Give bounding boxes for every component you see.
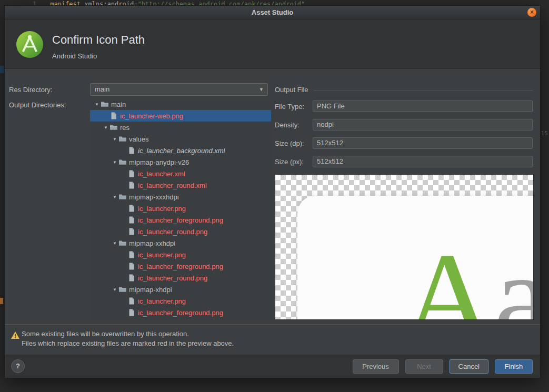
field-value-box[interactable]: PNG File <box>313 100 533 112</box>
tree-item-label: res <box>120 124 129 132</box>
tree-item-label: ic_launcher.png <box>138 297 186 305</box>
tree-item[interactable]: ic_launcher_foreground.png <box>90 214 271 226</box>
tree-item[interactable]: ▼values <box>90 133 271 145</box>
tree-item[interactable]: ic_launcher_foreground.png <box>90 260 271 272</box>
warning-line-1: Some existing files will be overwritten … <box>22 329 234 339</box>
tree-item-label: ic_launcher_round.png <box>138 274 207 282</box>
tree-item-label: ic_launcher.xml <box>138 170 185 178</box>
expand-arrow-icon[interactable]: ▼ <box>111 195 118 199</box>
tree-item[interactable]: ic_launcher_foreground.png <box>90 307 271 318</box>
expand-arrow-icon[interactable]: ▼ <box>102 125 109 130</box>
android-studio-logo-icon <box>16 31 44 58</box>
res-directory-value: main <box>95 85 109 93</box>
tree-item-label: mipmap-xxxhdpi <box>129 193 179 201</box>
folder-icon <box>118 193 127 201</box>
expand-arrow-icon[interactable]: ▼ <box>111 137 118 142</box>
folder-icon <box>118 158 127 166</box>
folder-icon <box>118 135 127 143</box>
tree-item-label: ic_launcher.png <box>138 205 186 213</box>
output-directories-tree: ▼mainic_launcher-web.png▼res▼valuesic_la… <box>90 98 271 321</box>
preview-letter-primary: A <box>403 227 494 320</box>
expand-arrow-icon[interactable]: ▼ <box>111 287 118 292</box>
file-icon <box>127 216 136 224</box>
dialog-footer: ? PreviousNextCancelFinish <box>5 355 540 378</box>
icon-preview: Aa <box>275 174 534 320</box>
dialog-title: Asset Studio <box>252 8 293 16</box>
page-title: Confirm Icon Path <box>52 33 145 47</box>
output-file-fields: File Type:PNG FileDensity:nodpiSize (dp)… <box>275 100 533 174</box>
file-icon <box>127 181 136 189</box>
folder-icon <box>118 285 127 294</box>
tree-item[interactable]: ▼mipmap-xxhdpi <box>90 237 271 249</box>
dialog-header: Confirm Icon Path Android Studio <box>5 19 540 69</box>
file-icon <box>127 308 136 317</box>
folder-icon <box>101 100 109 108</box>
section-divider <box>314 90 533 91</box>
background-selection-sliver <box>0 66 4 73</box>
cancel-button[interactable]: Cancel <box>450 359 488 374</box>
file-icon <box>109 112 118 120</box>
preview-letter-secondary: a <box>494 227 534 320</box>
tree-item[interactable]: ▼res <box>90 122 271 133</box>
preview-letters: Aa <box>403 234 534 320</box>
field-label: Density: <box>275 121 313 129</box>
tree-item[interactable]: ▼main <box>90 98 271 110</box>
output-file-section-label: Output File <box>275 86 308 94</box>
file-icon <box>127 146 136 155</box>
help-button[interactable]: ? <box>11 359 25 373</box>
previous-button[interactable]: Previous <box>353 359 399 374</box>
close-button[interactable]: × <box>527 8 536 17</box>
file-icon <box>127 250 136 259</box>
tree-item[interactable]: ic_launcher_background.xml <box>90 145 271 156</box>
tree-item-label: main <box>111 100 126 108</box>
res-directory-dropdown[interactable]: main ▼ <box>90 83 268 96</box>
tree-item[interactable]: ic_launcher.png <box>90 295 271 307</box>
tree-item-label: ic_launcher.png <box>138 251 186 259</box>
tree-item[interactable]: ic_launcher_round.xml <box>90 179 271 191</box>
chevron-down-icon: ▼ <box>259 84 264 95</box>
warning-banner: Some existing files will be overwritten … <box>5 324 540 355</box>
tree-item[interactable]: ic_launcher-web.png <box>90 110 271 122</box>
folder-icon <box>118 239 127 247</box>
output-file-field-row: File Type:PNG File <box>275 100 533 112</box>
tree-item[interactable]: ▼mipmap-anydpi-v26 <box>90 156 271 168</box>
tree-item[interactable]: ic_launcher.png <box>90 249 271 260</box>
file-icon <box>127 274 136 282</box>
output-file-field-row: Density:nodpi <box>275 119 533 130</box>
tree-item[interactable]: ic_launcher_round.png <box>90 272 271 284</box>
field-label: Size (px): <box>275 158 313 166</box>
tree-item-label: ic_launcher-web.png <box>120 112 183 120</box>
next-button[interactable]: Next <box>405 359 443 374</box>
tree-item-label: ic_launcher_round.png <box>138 228 207 236</box>
warning-line-2: Files which replace existing files are m… <box>22 339 234 348</box>
preview-icon-canvas: Aa <box>297 196 534 320</box>
output-directories-label: Output Directories: <box>9 101 66 109</box>
field-value-box[interactable]: 512x512 <box>313 156 533 167</box>
tree-item[interactable]: ic_launcher.xml <box>90 168 271 179</box>
file-icon <box>127 169 136 178</box>
tree-item-label: ic_launcher_foreground.png <box>138 309 223 317</box>
tree-item-label: mipmap-anydpi-v26 <box>129 158 189 166</box>
tree-item[interactable]: ic_launcher_round.png <box>90 226 271 237</box>
file-icon <box>127 227 136 236</box>
output-file-field-row: Size (px):512x512 <box>275 156 533 167</box>
background-code-sliver <box>0 298 3 304</box>
dialog-titlebar[interactable]: Asset Studio × <box>5 6 540 19</box>
expand-arrow-icon[interactable]: ▼ <box>111 160 118 165</box>
field-value-box[interactable]: 512x512 <box>313 137 533 149</box>
file-icon <box>127 204 136 213</box>
file-icon <box>127 262 136 270</box>
output-file-field-row: Size (dp):512x512 <box>275 137 533 149</box>
field-value-box[interactable]: nodpi <box>313 119 533 130</box>
expand-arrow-icon[interactable]: ▼ <box>111 241 118 246</box>
field-label: Size (dp): <box>275 139 313 147</box>
expand-arrow-icon[interactable]: ▼ <box>93 102 101 107</box>
tree-item[interactable]: ic_launcher.png <box>90 203 271 214</box>
tree-item[interactable]: ▼mipmap-xhdpi <box>90 284 271 295</box>
page-subtitle: Android Studio <box>52 52 97 60</box>
tree-item-label: mipmap-xxhdpi <box>129 239 175 247</box>
tree-item-label: ic_launcher_foreground.png <box>138 263 223 270</box>
tree-item[interactable]: ▼mipmap-xxxhdpi <box>90 191 271 203</box>
finish-button[interactable]: Finish <box>495 359 533 374</box>
asset-studio-dialog: Asset Studio × Confirm Icon Path Android… <box>4 5 541 377</box>
